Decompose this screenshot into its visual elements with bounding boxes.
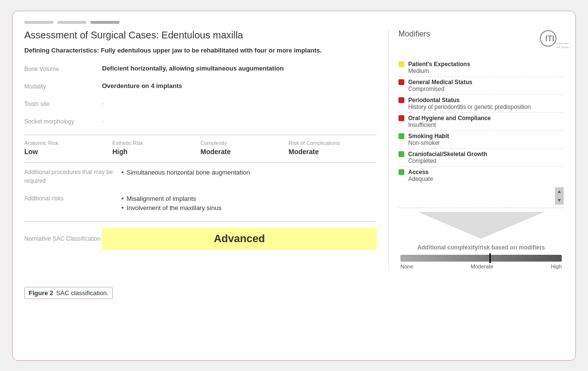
modifier-item: Access Adequate <box>398 167 564 184</box>
modifier-value: Insufficient <box>398 122 564 128</box>
right-panel: Modifiers ITI International Team for Imp… <box>389 30 564 269</box>
scroll-up-button[interactable]: ▲ <box>555 187 564 196</box>
modifier-color-dot <box>398 61 404 67</box>
modifier-name: General Medical Status <box>408 79 472 86</box>
modifier-item: Patient's Expectations Medium <box>398 59 564 77</box>
modifier-name: Patient's Expectations <box>408 61 470 68</box>
modifier-item: Craniofacial/Skeletal Growth Completed <box>398 149 564 167</box>
additional-procedures-list: Simultaneous horizontal bone augmentatio… <box>121 168 250 177</box>
modifier-name: Oral Hygiene and Compliance <box>408 115 491 122</box>
sac-badge: Advanced <box>102 228 377 250</box>
modifier-value: Compromised <box>398 86 564 92</box>
modifier-list: Patient's Expectations Medium General Me… <box>398 59 564 184</box>
divider-3 <box>24 221 377 222</box>
modifier-item: Periodontal Status History of periodonti… <box>398 95 564 113</box>
divider-2 <box>24 162 377 163</box>
sac-row: Normative SAC Classification Advanced <box>24 228 377 250</box>
modality-row: Modality Overdenture on 4 implants <box>24 82 377 93</box>
bone-volume-label: Bone Volume <box>24 65 102 72</box>
tooth-site-value: - <box>102 100 104 107</box>
modifier-name: Smoking Habit <box>408 133 449 140</box>
complexity-bar-container: None Moderate High <box>400 255 562 269</box>
complexity-visual <box>398 212 564 241</box>
bar-label-high: High <box>551 264 562 269</box>
complexity-value: Moderate <box>201 148 289 156</box>
svg-text:International Team: International Team <box>557 42 569 45</box>
modifier-row: Patient's Expectations <box>398 61 564 68</box>
tab-2[interactable] <box>57 21 86 24</box>
complexity-col: Complexity Moderate <box>201 140 289 156</box>
modifier-row: Periodontal Status <box>398 97 564 104</box>
modifier-color-dot <box>398 97 404 103</box>
right-header: Modifiers ITI International Team for Imp… <box>398 30 564 54</box>
complexity-label-left: Complexity <box>201 140 289 146</box>
modifier-row: Oral Hygiene and Compliance <box>398 115 564 122</box>
modifier-row: Craniofacial/Skeletal Growth <box>398 151 564 158</box>
modifier-value: Completed <box>398 158 564 164</box>
sac-label: Normative SAC Classification <box>24 234 102 243</box>
modifier-value: History of periodontitis or genetic pred… <box>398 104 564 110</box>
left-panel: Assessment of Surgical Cases: Edentulous… <box>24 30 389 269</box>
modifier-color-dot <box>398 169 404 175</box>
figure-label: Figure 2 <box>29 289 53 297</box>
main-card: Assessment of Surgical Cases: Edentulous… <box>12 11 576 361</box>
complexity-label-right: Additional complexity/risk based on modi… <box>398 244 564 251</box>
modifier-name: Periodontal Status <box>408 97 460 104</box>
bar-label-none: None <box>400 264 413 269</box>
additional-procedures-content: Simultaneous horizontal bone augmentatio… <box>121 168 250 177</box>
risk-row: Anatomic Risk Low Esthetic Risk High Com… <box>24 140 377 156</box>
modifier-item: Oral Hygiene and Compliance Insufficient <box>398 113 564 131</box>
right-divider <box>398 208 564 208</box>
modifier-color-dot <box>398 79 404 85</box>
modifier-name: Access <box>408 169 429 176</box>
scroll-down-button[interactable]: ▼ <box>555 196 564 205</box>
list-item: Misalignment of implants <box>121 194 222 203</box>
anatomic-risk-value: Low <box>24 148 112 156</box>
additional-risks-label: Additional risks <box>24 194 121 203</box>
list-item: Simultaneous horizontal bone augmentatio… <box>121 168 250 177</box>
complexity-bar-track <box>400 255 562 262</box>
page-title: Assessment of Surgical Cases: Edentulous… <box>24 30 377 41</box>
figure-caption: Figure 2 SAC classification. <box>24 287 113 299</box>
socket-morphology-value: - <box>102 117 104 124</box>
svg-text:for Implantology: for Implantology <box>557 46 569 49</box>
risk-complications-value: Moderate <box>289 148 377 156</box>
esthetic-risk-value: High <box>112 148 200 156</box>
modifier-value: Non-smoker <box>398 140 564 146</box>
modifier-name: Craniofacial/Skeletal Growth <box>408 151 487 158</box>
modifier-row: Access <box>398 169 564 176</box>
modifier-row: Smoking Habit <box>398 133 564 140</box>
bone-volume-value: Deficient horizontally, allowing simulta… <box>102 65 284 72</box>
modifier-item: General Medical Status Compromised <box>398 77 564 95</box>
modifier-color-dot <box>398 115 404 121</box>
modifier-value: Adequate <box>398 176 564 182</box>
svg-text:ITI: ITI <box>545 35 554 43</box>
anatomic-risk-col: Anatomic Risk Low <box>24 140 112 156</box>
tab-3[interactable] <box>90 21 120 24</box>
list-item: Involvement of the maxillary sinus <box>121 203 222 212</box>
modality-value: Overdenture on 4 implants <box>102 82 182 89</box>
socket-morphology-label: Socket morphology <box>24 117 102 125</box>
divider-1 <box>24 135 377 135</box>
modifier-row: General Medical Status <box>398 79 564 86</box>
tab-1[interactable] <box>24 21 53 24</box>
risk-complications-col: Risk of Complications Moderate <box>289 140 377 156</box>
tooth-site-row: Tooth site - <box>24 100 377 110</box>
esthetic-risk-label: Esthetic Risk <box>112 140 200 146</box>
defining-characteristics: Defining Characteristics: Fully edentulo… <box>24 46 377 55</box>
risk-complications-label: Risk of Complications <box>289 140 377 146</box>
modifiers-title: Modifiers <box>398 30 430 38</box>
bone-volume-row: Bone Volume Deficient horizontally, allo… <box>24 65 377 75</box>
additional-risks-list: Misalignment of implants Involvement of … <box>121 194 222 212</box>
complexity-bar-marker <box>489 253 491 263</box>
figure-text: SAC classification. <box>56 289 109 297</box>
iti-logo: ITI International Team for Implantology <box>535 30 564 54</box>
modality-label: Modality <box>24 82 102 90</box>
anatomic-risk-label: Anatomic Risk <box>24 140 112 146</box>
additional-risks-content: Misalignment of implants Involvement of … <box>121 194 222 212</box>
modifier-item: Smoking Habit Non-smoker <box>398 131 564 149</box>
esthetic-risk-col: Esthetic Risk High <box>112 140 200 156</box>
additional-procedures-label: Additional procedures that may be requir… <box>24 168 121 185</box>
figure-caption-area: Figure 2 SAC classification. <box>24 277 564 299</box>
tooth-site-label: Tooth site <box>24 100 102 107</box>
